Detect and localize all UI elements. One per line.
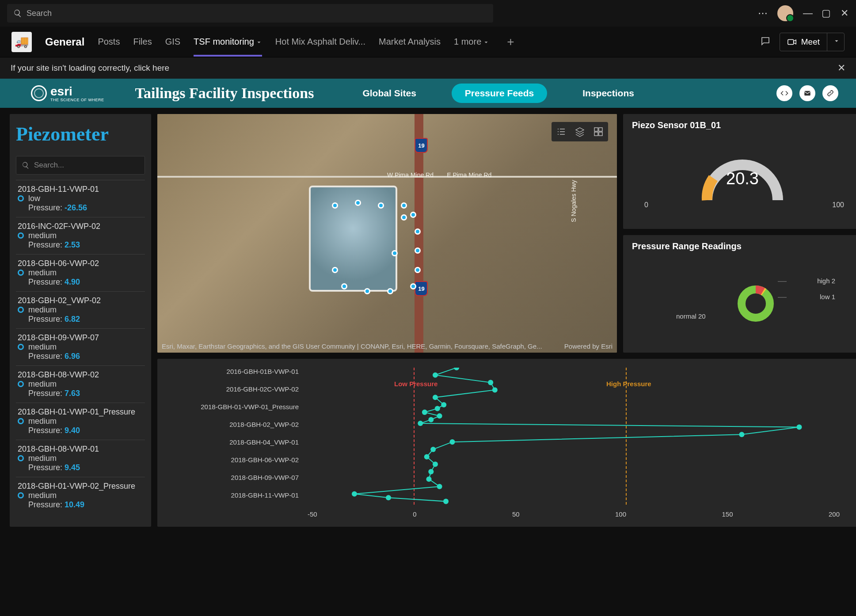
channel-tab[interactable]: Hot Mix Asphalt Deliv...	[275, 37, 365, 47]
chart-point[interactable]	[443, 499, 449, 504]
channel-tab[interactable]: Market Analysis	[379, 37, 441, 47]
chart-point[interactable]	[449, 439, 455, 445]
legend-icon[interactable]	[555, 125, 567, 138]
esri-header: esri THE SCIENCE OF WHERE Tailings Facil…	[0, 79, 856, 108]
sensor-name: 2016-INC-02F-VWP-02	[18, 222, 143, 231]
svg-rect-4	[594, 132, 598, 136]
channel-tab[interactable]: Posts	[98, 37, 120, 47]
sensor-marker[interactable]	[332, 202, 338, 209]
channel-tab[interactable]: TSF monitoring	[194, 37, 262, 47]
sidebar-search[interactable]: Search...	[16, 156, 145, 175]
chevron-down-icon	[833, 38, 840, 44]
piezometer-item[interactable]: 2018-GBH-01-VWP-01_Pressure medium Press…	[16, 403, 145, 440]
chart-point[interactable]	[352, 491, 357, 497]
chart-point[interactable]	[437, 484, 442, 489]
chart-point[interactable]	[433, 395, 438, 400]
search-icon	[22, 161, 30, 169]
chart-point[interactable]	[739, 432, 744, 437]
loading-banner: If your site isn't loading correctly, cl…	[0, 57, 856, 79]
piezometer-item[interactable]: 2018-GBH-09-VWP-07 medium Pressure: 6.96	[16, 328, 145, 365]
esri-nav-item[interactable]: Inspections	[582, 88, 634, 99]
donut-title: Pressure Range Readings	[623, 235, 856, 255]
channel-icon: 🚚	[11, 32, 32, 52]
highway-shield: 19	[415, 138, 428, 153]
piezometer-item[interactable]: 2018-GBH-06-VWP-02 medium Pressure: 4.90	[16, 254, 145, 291]
sensor-name: 2018-GBH-08-VWP-02	[18, 370, 143, 380]
piezometer-item[interactable]: 2018-GBH-08-VWP-02 medium Pressure: 7.63	[16, 365, 145, 403]
sensor-name: 2018-GBH-06-VWP-02	[18, 259, 143, 268]
chart-point[interactable]	[796, 424, 802, 430]
sensor-status: medium	[28, 454, 143, 463]
chat-icon[interactable]	[760, 36, 771, 48]
sensor-marker[interactable]	[378, 202, 384, 209]
sensor-pressure: Pressure: -26.56	[28, 203, 143, 213]
gauge-panel: Piezo Sensor 01B_01 20.3 0 100	[623, 114, 856, 229]
sensor-status: medium	[28, 305, 143, 315]
chart-point[interactable]	[430, 447, 436, 452]
user-avatar[interactable]	[777, 5, 793, 21]
channel-tab[interactable]: 1 more	[454, 37, 489, 47]
sensor-pressure: Pressure: 6.96	[28, 352, 143, 361]
link-icon[interactable]	[822, 85, 838, 101]
chart-point[interactable]	[422, 410, 427, 415]
sensor-name: 2018-GBH-09-VWP-07	[18, 333, 143, 342]
banner-text[interactable]: If your site isn't loading correctly, cl…	[11, 63, 169, 73]
chart-point[interactable]	[492, 387, 498, 392]
map-panel[interactable]: W Pima Mine Rd E Pima Mine Rd S Nogales …	[157, 114, 617, 353]
basemap-icon[interactable]	[592, 125, 605, 138]
chart-point[interactable]	[428, 417, 434, 422]
map-attribution: Esri, Maxar, Earthstar Geographics, and …	[162, 342, 613, 350]
banner-close[interactable]: ✕	[837, 62, 845, 74]
layers-icon[interactable]	[574, 125, 586, 138]
chart-point[interactable]	[488, 380, 493, 385]
esri-logo: esri THE SCIENCE OF WHERE	[31, 84, 104, 102]
sidebar-title: Piezometer	[16, 123, 145, 145]
piezometer-sidebar: Piezometer Search... 2018-GBH-11-VWP-01 …	[10, 114, 151, 527]
chart-point[interactable]	[437, 413, 442, 418]
svg-point-6	[742, 289, 770, 318]
chart-point[interactable]	[424, 454, 430, 460]
chart-point[interactable]	[386, 495, 391, 500]
piezometer-item[interactable]: 2018-GBH-01-VWP-02_Pressure medium Press…	[16, 477, 145, 514]
minimize-button[interactable]: —	[803, 8, 812, 19]
chart-point[interactable]	[454, 368, 459, 370]
road-label-w: W Pima Mine Rd	[387, 171, 434, 179]
chart-point[interactable]	[428, 469, 434, 474]
chart-point[interactable]	[435, 406, 440, 411]
mail-icon[interactable]	[799, 85, 815, 101]
esri-nav-item[interactable]: Pressure Feeds	[452, 84, 547, 103]
chart-line	[308, 368, 840, 505]
meet-caret[interactable]	[829, 38, 844, 46]
embed-icon[interactable]	[776, 85, 792, 101]
esri-brand: esri	[50, 84, 104, 99]
more-icon[interactable]: ⋯	[758, 8, 768, 19]
svg-rect-1	[804, 91, 810, 96]
chart-point[interactable]	[433, 373, 438, 378]
maximize-button[interactable]: ▢	[822, 8, 830, 19]
global-search[interactable]: Search	[7, 4, 493, 23]
piezometer-item[interactable]: 2018-GBH-08-VWP-01 medium Pressure: 9.45	[16, 440, 145, 477]
add-tab-button[interactable]: +	[507, 35, 514, 49]
chart-point[interactable]	[418, 421, 423, 426]
sensor-marker[interactable]	[415, 267, 421, 273]
piezometer-item[interactable]: 2018-GBH-02_VWP-02 medium Pressure: 6.82	[16, 291, 145, 328]
channel-tab[interactable]: GIS	[165, 37, 180, 47]
sensor-marker[interactable]	[401, 202, 407, 209]
sensor-marker[interactable]	[401, 214, 407, 221]
status-dot	[18, 492, 24, 498]
chart-point[interactable]	[433, 462, 438, 467]
chart-point[interactable]	[426, 476, 431, 482]
close-button[interactable]: ✕	[840, 8, 849, 19]
esri-nav-item[interactable]: Global Sites	[362, 88, 416, 99]
gauge-value: 20.3	[726, 169, 759, 188]
channel-tab[interactable]: Files	[133, 37, 152, 47]
sensor-marker[interactable]	[332, 267, 338, 273]
chart-xtick: 200	[829, 510, 840, 518]
status-dot	[18, 418, 24, 424]
chart-category: 2018-GBH-06-VWP-02	[166, 456, 299, 464]
map-credit-text: Esri, Maxar, Earthstar Geographics, and …	[162, 342, 542, 350]
piezometer-item[interactable]: 2016-INC-02F-VWP-02 medium Pressure: 2.5…	[16, 217, 145, 254]
chart-point[interactable]	[441, 402, 446, 407]
meet-button[interactable]: Meet	[780, 33, 845, 51]
piezometer-item[interactable]: 2018-GBH-11-VWP-01 low Pressure: -26.56	[16, 180, 145, 217]
